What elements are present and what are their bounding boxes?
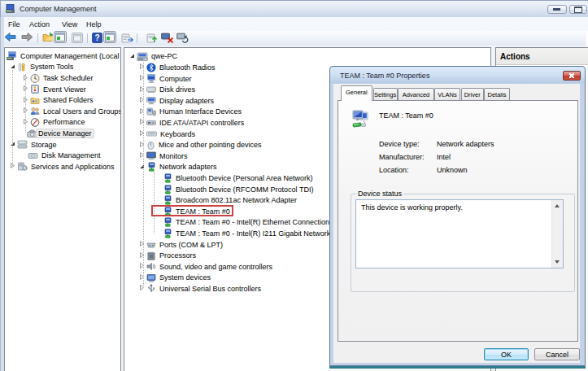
svg-text:?: ? bbox=[94, 33, 99, 42]
